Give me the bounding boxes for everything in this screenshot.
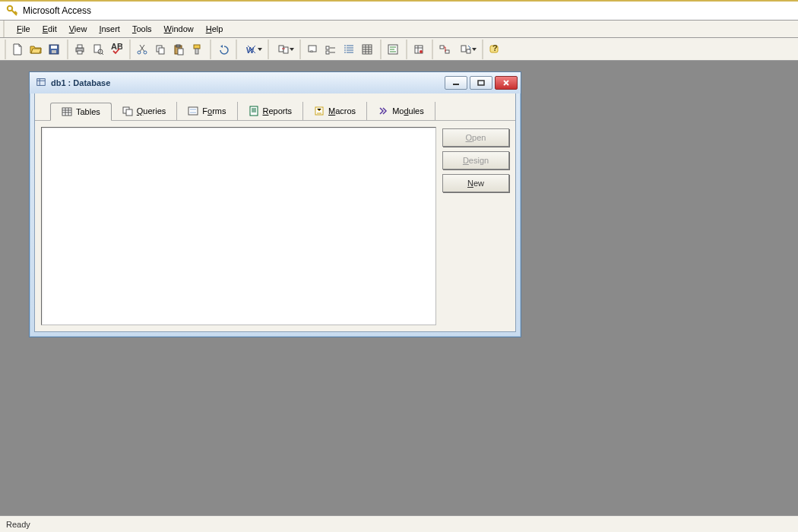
svg-rect-3 [52,50,56,53]
svg-rect-2 [51,46,57,49]
menu-insert[interactable]: Insert [93,23,126,35]
toolbar: ABC W ▫ ? [0,38,798,61]
status-text: Ready [6,520,30,529]
cut-button[interactable] [133,40,151,59]
app-title: Microsoft Access [23,5,91,16]
svg-point-10 [138,51,141,54]
svg-rect-40 [126,109,132,116]
tab-modules[interactable]: Modules [367,102,435,120]
large-icons-button[interactable]: ▫ [303,40,321,59]
database-window-titlebar[interactable]: db1 : Database [30,72,521,93]
svg-rect-5 [78,45,82,48]
tab-reports[interactable]: Reports [238,102,304,120]
menubar-container: File Edit View Insert Tools Window Help [0,20,798,38]
object-tabs: Tables Queries Forms Reports Macros [35,98,515,121]
format-painter-button[interactable] [188,40,206,59]
tab-label: Tables [76,107,100,116]
svg-rect-38 [62,108,71,116]
menu-file[interactable]: File [11,23,36,35]
svg-rect-43 [190,112,196,113]
close-button[interactable] [495,76,518,90]
database-window-body: Tables Queries Forms Reports Macros [34,93,516,332]
side-buttons: Open Design New [442,127,509,325]
analyze-button[interactable] [271,40,296,59]
svg-rect-32 [461,46,466,52]
office-links-button[interactable]: W [239,40,264,59]
menu-window[interactable]: Window [158,23,200,35]
undo-button[interactable] [214,40,232,59]
svg-point-11 [144,51,147,54]
open-button[interactable] [27,40,45,59]
svg-text:▫: ▫ [310,46,313,55]
menu-tools[interactable]: Tools [126,23,158,35]
menubar: File Edit View Insert Tools Window Help [3,21,798,37]
svg-rect-17 [194,45,200,49]
svg-text:?: ? [492,43,498,52]
statusbar: Ready [0,515,798,532]
print-preview-button[interactable] [89,40,107,59]
tab-macros[interactable]: Macros [303,102,367,120]
minimize-button[interactable] [445,76,467,90]
print-button[interactable] [71,40,89,59]
spelling-button[interactable]: ABC [107,40,125,59]
app-titlebar: Microsoft Access [0,0,798,20]
svg-rect-42 [190,109,196,110]
maximize-button[interactable] [470,76,492,90]
details-view-button[interactable] [358,40,376,59]
save-button[interactable] [45,40,63,59]
tab-queries[interactable]: Queries [112,102,178,120]
access-key-icon [6,5,18,17]
object-list[interactable] [41,127,436,325]
database-content: Open Design New [35,121,515,331]
menu-edit[interactable]: Edit [36,23,63,35]
svg-rect-25 [326,51,329,54]
new-file-button[interactable] [8,40,27,59]
svg-rect-31 [445,50,449,53]
svg-rect-15 [176,45,180,47]
svg-rect-21 [283,47,288,53]
svg-text:W: W [246,46,255,55]
svg-text:ABC: ABC [111,43,122,51]
tab-forms[interactable]: Forms [177,102,237,120]
properties-button[interactable] [410,40,428,59]
menu-help[interactable]: Help [200,23,230,35]
open-object-button[interactable]: Open [442,128,509,147]
code-button[interactable] [384,40,402,59]
svg-rect-36 [37,79,46,86]
database-window-title: db1 : Database [51,78,110,87]
svg-rect-44 [250,106,258,116]
svg-rect-13 [159,48,164,54]
database-window: db1 : Database Tables Queries [29,71,521,337]
tab-tables[interactable]: Tables [50,103,112,121]
svg-rect-7 [94,45,100,52]
svg-rect-33 [467,49,470,53]
svg-rect-24 [326,46,329,49]
list-view-button[interactable] [340,40,358,59]
svg-rect-16 [178,49,183,55]
small-icons-button[interactable] [321,40,340,59]
svg-rect-41 [188,107,198,115]
svg-rect-30 [440,46,444,49]
new-object-button[interactable] [454,40,478,59]
new-object-side-button[interactable]: New [442,174,509,192]
mdi-client-area: db1 : Database Tables Queries [0,61,798,515]
svg-rect-18 [195,49,198,54]
svg-rect-37 [478,81,484,85]
copy-button[interactable] [151,40,169,59]
svg-rect-6 [78,51,82,54]
design-object-button[interactable]: Design [442,151,509,169]
database-icon [36,77,46,89]
help-button[interactable]: ? [486,40,504,59]
paste-button[interactable] [169,40,188,59]
menu-view[interactable]: View [63,23,93,35]
svg-point-29 [420,50,423,53]
relationships-button[interactable] [435,40,454,59]
